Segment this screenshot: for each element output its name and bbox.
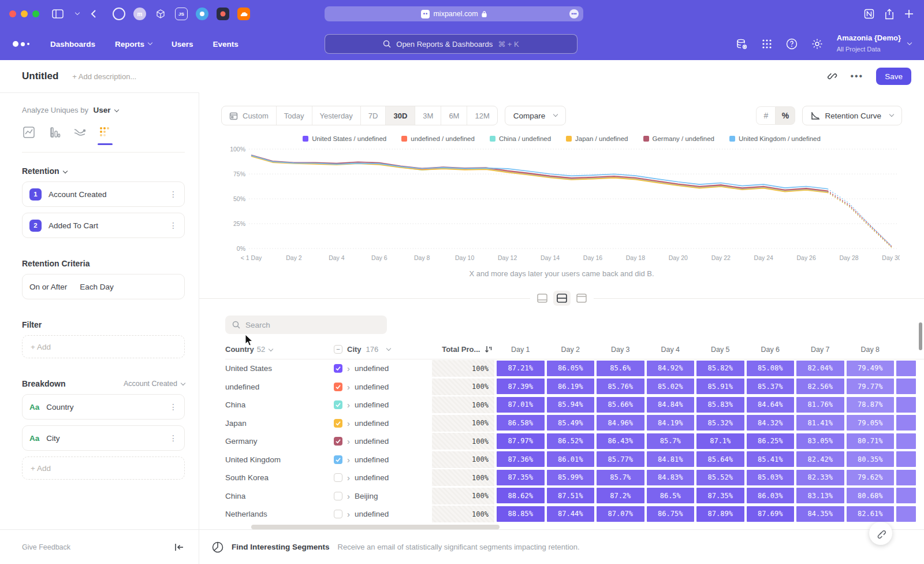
retention-value-cell[interactable]: 82.33% (796, 470, 844, 485)
expand-row-icon[interactable]: › (347, 437, 350, 446)
find-segments-title[interactable]: Find Interesting Segments (232, 543, 330, 551)
breakdown-menu-icon[interactable]: ⋮ (169, 402, 177, 411)
retention-value-cell[interactable]: 87.01% (497, 397, 545, 413)
retention-value-cell[interactable]: 85.7% (647, 433, 695, 449)
close-window-button[interactable] (9, 10, 16, 17)
compare-button[interactable]: Compare (505, 106, 567, 125)
retention-value-cell[interactable]: 83.13% (796, 488, 844, 503)
extension-icon[interactable] (196, 8, 208, 20)
retention-value-cell[interactable]: 86.75% (647, 506, 695, 522)
retention-value-cell[interactable]: 79.62% (847, 470, 895, 485)
row-checkbox[interactable] (334, 437, 342, 446)
view-split-button[interactable] (553, 291, 571, 306)
retention-value-cell[interactable]: 86.52% (547, 433, 595, 449)
retention-value-cell[interactable]: 80.71% (847, 433, 895, 449)
help-icon[interactable] (786, 38, 798, 50)
retention-section-title[interactable]: Retention (22, 166, 185, 176)
share-link-fab[interactable] (869, 522, 892, 545)
apps-grid-icon[interactable] (762, 39, 772, 49)
country-cell[interactable]: China (225, 492, 334, 500)
retention-value-cell[interactable]: 85.76% (597, 379, 644, 394)
retention-value-cell[interactable]: 80.68% (847, 488, 895, 503)
expand-row-icon[interactable]: › (347, 364, 350, 373)
breakdown-city[interactable]: Aa City ⋮ (22, 425, 185, 451)
total-column-header[interactable]: Total Pro... (432, 345, 495, 354)
view-table-only-button[interactable] (573, 291, 590, 306)
city-cell[interactable]: undefined (355, 510, 389, 518)
retention-value-cell[interactable]: 85.99% (547, 470, 595, 485)
view-chart-only-button[interactable] (534, 291, 551, 306)
city-cell[interactable]: undefined (355, 437, 389, 446)
range-yesterday[interactable]: Yesterday (312, 106, 361, 125)
retention-value-cell[interactable]: 84.92% (647, 361, 695, 376)
retention-value-cell[interactable]: 87.69% (747, 506, 795, 522)
back-button[interactable] (91, 9, 96, 18)
retention-value-cell[interactable]: 87.2% (597, 488, 644, 503)
range-12m[interactable]: 12M (467, 106, 497, 125)
retention-value-cell[interactable]: 79.77% (847, 379, 895, 394)
new-tab-icon[interactable] (904, 9, 914, 18)
day-column-header[interactable]: Day 3 (595, 346, 646, 354)
day-column-header[interactable]: Day 1 (495, 346, 546, 354)
retention-value-cell[interactable]: 85.7% (597, 470, 644, 485)
retention-value-cell[interactable]: 87.07% (597, 506, 644, 522)
tab-retention[interactable] (98, 126, 112, 145)
retention-value-cell[interactable]: 86.25% (747, 433, 795, 449)
retention-value-cell[interactable]: 88.62% (497, 488, 545, 503)
city-cell[interactable]: undefined (355, 419, 389, 428)
country-cell[interactable]: United Kingdom (225, 455, 334, 464)
retention-chart[interactable]: 0%25%50%75%100%< 1 DayDay 2Day 4Day 6Day… (221, 144, 907, 266)
global-search[interactable]: Open Reports & Dashboards ⌘ + K (325, 34, 578, 54)
chevron-down-icon[interactable] (75, 10, 80, 15)
retention-value-cell[interactable]: 87.36% (497, 451, 545, 467)
chart-type-dropdown[interactable]: Retention Curve (802, 106, 902, 125)
country-cell[interactable]: South Korea (225, 473, 334, 482)
data-management-icon[interactable] (736, 38, 748, 50)
retention-value-cell[interactable]: 84.35% (796, 506, 844, 522)
retention-value-cell[interactable]: 80.35% (847, 451, 895, 467)
row-checkbox[interactable] (334, 492, 342, 500)
row-checkbox[interactable] (334, 364, 342, 373)
retention-value-cell[interactable]: 85.77% (597, 451, 644, 467)
tab-flows[interactable] (73, 126, 87, 145)
city-column-header[interactable]: – City176 (334, 345, 432, 354)
city-cell[interactable]: undefined (355, 400, 389, 409)
retention-value-cell[interactable]: 83.05% (796, 433, 844, 449)
country-cell[interactable]: China (225, 400, 334, 409)
retention-value-cell[interactable]: 87.35% (696, 488, 744, 503)
add-description[interactable]: + Add description... (72, 72, 136, 81)
retention-value-cell[interactable]: 86.19% (547, 379, 595, 394)
city-cell[interactable]: undefined (355, 364, 389, 373)
retention-value-cell[interactable]: 85.52% (696, 470, 744, 485)
city-cell[interactable]: undefined (355, 383, 389, 391)
country-cell[interactable]: Germany (225, 437, 334, 446)
vertical-scrollbar[interactable] (919, 322, 922, 350)
expand-row-icon[interactable]: › (347, 492, 350, 500)
expand-row-icon[interactable]: › (347, 400, 350, 409)
retention-value-cell[interactable]: 86.05% (547, 361, 595, 376)
minimize-window-button[interactable] (21, 10, 28, 17)
step-menu-icon[interactable]: ⋮ (169, 190, 177, 199)
analyze-entity-dropdown[interactable]: User (94, 106, 118, 114)
save-button[interactable]: Save (876, 68, 911, 85)
retention-step-1[interactable]: 1 Account Created ⋮ (22, 181, 185, 207)
window-controls[interactable] (9, 10, 39, 17)
legend-item[interactable]: United States / undefined (303, 135, 386, 142)
step-menu-icon[interactable]: ⋮ (169, 221, 177, 230)
day-column-header[interactable]: Day 6 (746, 346, 796, 354)
add-breakdown-button[interactable]: + Add (22, 457, 185, 480)
retention-value-cell[interactable]: 87.44% (547, 506, 595, 522)
retention-value-cell[interactable]: 85.02% (647, 379, 695, 394)
day-column-header[interactable]: Day 5 (695, 346, 746, 354)
retention-value-cell[interactable]: 82.04% (796, 361, 844, 376)
legend-item[interactable]: United Kingdom / undefined (729, 135, 821, 142)
horizontal-scrollbar[interactable] (225, 525, 924, 529)
retention-value-cell[interactable]: 86.01% (547, 451, 595, 467)
more-options-button[interactable]: ••• (850, 71, 863, 81)
retention-criteria-card[interactable]: On or After Each Day (22, 274, 185, 299)
country-cell[interactable]: United States (225, 364, 334, 373)
legend-item[interactable]: Germany / undefined (643, 135, 714, 142)
retention-value-cell[interactable]: 84.32% (747, 415, 795, 431)
row-checkbox[interactable] (334, 419, 342, 428)
retention-value-cell[interactable]: 87.1% (696, 433, 744, 449)
